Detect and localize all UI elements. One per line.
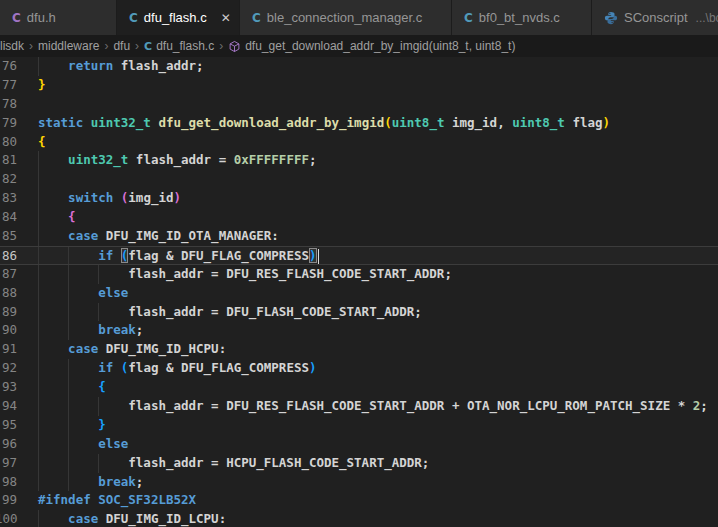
line-number: 100 — [0, 510, 17, 527]
chevron-right-icon: › — [135, 39, 139, 53]
breadcrumb-item-lisdk[interactable]: lisdk — [0, 39, 24, 53]
line-number: 99 — [0, 491, 17, 510]
code-line-92[interactable]: 92 if (flag & DFU_FLAG_COMPRESS) — [0, 359, 718, 378]
breadcrumb-label: middleware — [38, 39, 99, 53]
line-number: 81 — [0, 151, 17, 170]
line-number: 78 — [0, 95, 17, 114]
tab-label: SConscript — [624, 10, 688, 25]
code-text: flash_addr = DFU_RES_FLASH_CODE_START_AD… — [38, 397, 708, 416]
breadcrumb-label: dfu_flash.c — [156, 39, 214, 53]
code-text: } — [38, 416, 106, 435]
vscode-window: Cdfu.hCdfu_flash.c✕Cble_connection_manag… — [0, 0, 718, 527]
code-text: case DFU_IMG_ID_HCPU: — [38, 340, 226, 359]
code-line-79[interactable]: 79static uint32_t dfu_get_download_addr_… — [0, 114, 718, 133]
code-text: case DFU_IMG_ID_OTA_MANAGER: — [38, 227, 279, 246]
code-text: if (flag & DFU_FLAG_COMPRESS) — [38, 359, 317, 378]
breadcrumb-item-dfu-get-download-addr-by-imgid[interactable]: dfu_get_download_addr_by_imgid(uint8_t, … — [228, 39, 515, 53]
breadcrumb-label: dfu_get_download_addr_by_imgid(uint8_t, … — [245, 39, 515, 53]
c-blue-file-icon: C — [129, 11, 138, 25]
indent-guide — [38, 170, 39, 189]
line-number: 86 — [0, 247, 17, 266]
line-number: 94 — [0, 397, 17, 416]
tab-label: dfu_flash.c — [144, 10, 207, 25]
code-text: switch (img_id) — [38, 189, 181, 208]
code-line-81[interactable]: 81 uint32_t flash_addr = 0xFFFFFFFF; — [0, 151, 718, 170]
tab-ble-connection-manager-c[interactable]: Cble_connection_manager.c — [240, 0, 452, 35]
code-text: if (flag & DFU_FLAG_COMPRESS) — [38, 247, 319, 266]
line-number: 90 — [0, 321, 17, 340]
code-line-80[interactable]: 80{ — [0, 133, 718, 152]
code-line-78[interactable]: 78 — [0, 95, 718, 114]
breadcrumb-item-middleware[interactable]: middleware — [38, 39, 99, 53]
line-number: 91 — [0, 340, 17, 359]
close-icon[interactable]: ✕ — [219, 10, 233, 26]
code-line-83[interactable]: 83 switch (img_id) — [0, 189, 718, 208]
line-number: 85 — [0, 227, 17, 246]
text-cursor — [318, 249, 320, 264]
c-blue-file-icon: C — [252, 11, 261, 25]
code-editor[interactable]: 76 return flash_addr;77}7879static uint3… — [0, 57, 718, 527]
line-number: 95 — [0, 416, 17, 435]
code-line-100[interactable]: 100 case DFU_IMG_ID_LCPU: — [0, 510, 718, 527]
breadcrumb-item-dfu-flash-c[interactable]: Cdfu_flash.c — [144, 39, 214, 53]
code-line-76[interactable]: 76 return flash_addr; — [0, 57, 718, 76]
code-line-89[interactable]: 89 flash_addr = DFU_FLASH_CODE_START_ADD… — [0, 303, 718, 322]
chevron-right-icon: › — [104, 39, 108, 53]
code-line-85[interactable]: 85 case DFU_IMG_ID_OTA_MANAGER: — [0, 227, 718, 246]
line-number: 98 — [0, 473, 17, 492]
line-number: 96 — [0, 435, 17, 454]
code-line-95[interactable]: 95 } — [0, 416, 718, 435]
code-line-91[interactable]: 91 case DFU_IMG_ID_HCPU: — [0, 340, 718, 359]
code-line-84[interactable]: 84 { — [0, 208, 718, 227]
line-number: 93 — [0, 378, 17, 397]
code-line-96[interactable]: 96 else — [0, 435, 718, 454]
tab-bf0-bt-nvds-c[interactable]: Cbf0_bt_nvds.c — [452, 0, 592, 35]
tab-dfu-flash-c[interactable]: Cdfu_flash.c✕ — [117, 0, 240, 35]
code-line-90[interactable]: 90 break; — [0, 321, 718, 340]
tab-bar: Cdfu.hCdfu_flash.c✕Cble_connection_manag… — [0, 0, 718, 35]
code-line-97[interactable]: 97 flash_addr = HCPU_FLASH_CODE_START_AD… — [0, 454, 718, 473]
line-number: 83 — [0, 189, 17, 208]
line-number: 92 — [0, 359, 17, 378]
chevron-right-icon: › — [219, 39, 223, 53]
code-line-77[interactable]: 77} — [0, 76, 718, 95]
code-text: break; — [38, 473, 143, 492]
tab-label: bf0_bt_nvds.c — [479, 10, 560, 25]
code-text: } — [38, 76, 46, 95]
line-number: 88 — [0, 284, 17, 303]
line-number: 80 — [0, 133, 17, 152]
code-text: flash_addr = HCPU_FLASH_CODE_START_ADDR; — [38, 454, 429, 473]
c-purple-file-icon: C — [12, 11, 21, 25]
tab-description: ...\boa — [696, 11, 718, 25]
code-line-86[interactable]: 86 if (flag & DFU_FLAG_COMPRESS) — [0, 246, 718, 265]
c-blue-icon: C — [144, 40, 152, 53]
code-line-93[interactable]: 93 { — [0, 378, 718, 397]
code-text: uint32_t flash_addr = 0xFFFFFFFF; — [38, 151, 317, 170]
line-number: 84 — [0, 208, 17, 227]
python-file-icon — [604, 11, 618, 25]
code-text: static uint32_t dfu_get_download_addr_by… — [38, 114, 610, 133]
tab-sconscript[interactable]: SConscript...\boa — [592, 0, 718, 35]
code-line-88[interactable]: 88 else — [0, 284, 718, 303]
breadcrumb-label: lisdk — [0, 39, 24, 53]
breadcrumb-item-dfu[interactable]: dfu — [113, 39, 130, 53]
code-text: case DFU_IMG_ID_LCPU: — [38, 510, 226, 527]
code-text: else — [38, 284, 128, 303]
chevron-right-icon: › — [29, 39, 33, 53]
breadcrumb: lisdk›middleware›dfu›Cdfu_flash.c›dfu_ge… — [0, 35, 718, 57]
code-line-98[interactable]: 98 break; — [0, 473, 718, 492]
tab-label: ble_connection_manager.c — [267, 10, 422, 25]
code-line-82[interactable]: 82 — [0, 170, 718, 189]
code-text: break; — [38, 321, 143, 340]
code-line-94[interactable]: 94 flash_addr = DFU_RES_FLASH_CODE_START… — [0, 397, 718, 416]
line-number: 97 — [0, 454, 17, 473]
line-number: 77 — [0, 76, 17, 95]
code-text: return flash_addr; — [38, 57, 204, 76]
c-blue-file-icon: C — [464, 11, 473, 25]
tab-dfu-h[interactable]: Cdfu.h — [0, 0, 117, 35]
code-line-99[interactable]: 99#ifndef SOC_SF32LB52X — [0, 491, 718, 510]
code-line-87[interactable]: 87 flash_addr = DFU_RES_FLASH_CODE_START… — [0, 265, 718, 284]
line-number: 82 — [0, 170, 17, 189]
code-text: { — [38, 133, 46, 152]
symbol-cube-icon — [228, 40, 241, 53]
